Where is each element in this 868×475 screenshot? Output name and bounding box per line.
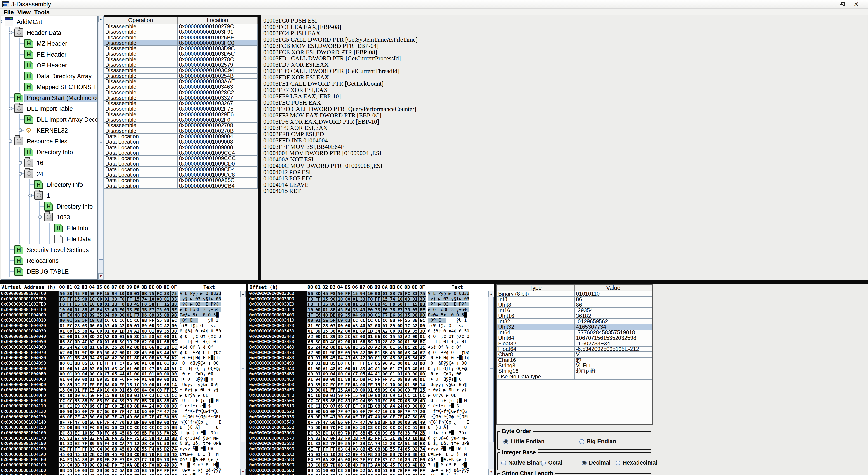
hex-byte-cell[interactable]: 45 bbox=[73, 291, 81, 296]
scroll-down-icon[interactable]: ▼ bbox=[98, 273, 103, 279]
hex-byte-cell[interactable]: E2 bbox=[321, 441, 329, 446]
hex-byte-cell[interactable]: 00 bbox=[155, 296, 163, 302]
hex-byte-cell[interactable]: 03 bbox=[329, 468, 337, 473]
hex-byte-cell[interactable]: 08 bbox=[155, 398, 163, 404]
hex-byte-cell[interactable]: 66 bbox=[359, 339, 367, 345]
hex-byte-cell[interactable]: 45 bbox=[366, 446, 374, 452]
hex-byte-cell[interactable]: 08 bbox=[125, 403, 133, 409]
hex-byte-cell[interactable]: 7F bbox=[403, 409, 411, 414]
hex-byte-cell[interactable]: 45 bbox=[321, 452, 329, 457]
hex-byte-cell[interactable]: 47 bbox=[118, 414, 126, 420]
hex-byte-cell[interactable]: E9 bbox=[73, 403, 81, 409]
hex-byte-cell[interactable]: C3 bbox=[118, 425, 126, 430]
hex-byte-cell[interactable]: 45 bbox=[88, 473, 96, 475]
hex-byte-cell[interactable]: 00 bbox=[374, 468, 381, 473]
table-row[interactable]: Disassemble0x000000000100279C bbox=[104, 24, 258, 29]
hex-byte-cell[interactable]: 10 bbox=[81, 452, 89, 457]
hex-byte-cell[interactable]: FF bbox=[66, 296, 74, 302]
hex-byte-cell[interactable]: 7D bbox=[148, 398, 156, 404]
hex-byte-cell[interactable]: 66 bbox=[125, 334, 133, 339]
tree-item-security-level-settings[interactable]: HSecurity Level Settings bbox=[1, 244, 97, 255]
hex-byte-cell[interactable]: 66 bbox=[374, 334, 381, 339]
radio-decimal[interactable]: Decimal bbox=[582, 459, 611, 466]
hex-byte-cell[interactable]: 01 bbox=[103, 296, 111, 302]
hex-byte-cell[interactable]: 51 bbox=[403, 441, 411, 446]
hex-byte-cell[interactable]: C2 bbox=[344, 452, 352, 457]
hex-byte-cell[interactable]: 09 bbox=[133, 387, 141, 393]
hex-byte-cell[interactable]: C2 bbox=[96, 452, 103, 457]
hex-byte-cell[interactable]: 04 bbox=[329, 371, 337, 377]
table-row[interactable]: Data Location0x0000000001009000 bbox=[104, 145, 258, 150]
hex-byte-cell[interactable]: 83 bbox=[66, 430, 74, 436]
hex-byte-cell[interactable]: AA bbox=[321, 457, 329, 462]
tree-item-directory-info[interactable]: HDirectory Info bbox=[1, 147, 97, 157]
panel-divider[interactable] bbox=[258, 16, 260, 280]
table-row[interactable]: Disassemble0x000000000100270B bbox=[104, 128, 258, 134]
hex-byte-cell[interactable]: FF bbox=[163, 387, 170, 393]
hex-byte-cell[interactable]: F0 bbox=[307, 301, 314, 307]
hex-byte-cell[interactable]: FF bbox=[88, 382, 96, 387]
hex-byte-cell[interactable]: 30 bbox=[336, 414, 344, 420]
hex-byte-cell[interactable]: FF bbox=[381, 377, 389, 382]
hex-byte-cell[interactable]: 66 bbox=[344, 414, 352, 420]
hex-byte-cell[interactable]: 00 bbox=[411, 420, 419, 425]
table-row[interactable]: Disassemble0x0000000001003F91 bbox=[104, 29, 258, 35]
hex-byte-cell[interactable]: 01 bbox=[118, 387, 126, 393]
hex-byte-cell[interactable]: F7 bbox=[366, 457, 374, 462]
hex-byte-cell[interactable]: 15 bbox=[381, 296, 389, 302]
hex-byte-cell[interactable]: A2 bbox=[307, 350, 314, 355]
hex-byte-cell[interactable]: D0 bbox=[103, 468, 111, 473]
hex-byte-cell[interactable]: 55 bbox=[73, 398, 81, 404]
hex-byte-cell[interactable]: 8C bbox=[170, 339, 178, 345]
hex-byte-cell[interactable]: 08 bbox=[344, 457, 352, 462]
hex-byte-cell[interactable]: 90 bbox=[314, 409, 322, 414]
hex-byte-cell[interactable]: FF bbox=[170, 468, 178, 473]
hex-byte-cell[interactable]: 20 bbox=[170, 409, 178, 414]
hex-byte-cell[interactable]: 00 bbox=[344, 323, 352, 328]
hex-byte-cell[interactable]: FF bbox=[118, 382, 126, 387]
hex-byte-cell[interactable]: 89 bbox=[66, 328, 74, 334]
table-row[interactable]: Disassemble0x0000000001003463 bbox=[104, 84, 258, 90]
hex-byte-cell[interactable]: 55 bbox=[403, 318, 411, 323]
hex-byte-cell[interactable]: 8D bbox=[314, 291, 322, 296]
hex-byte-cell[interactable]: CC bbox=[418, 473, 426, 475]
hex-byte-cell[interactable]: 03 bbox=[329, 323, 337, 328]
hex-byte-cell[interactable]: F0 bbox=[381, 307, 389, 313]
hex-byte-cell[interactable]: 00 bbox=[125, 393, 133, 398]
hex-byte-cell[interactable]: FF bbox=[96, 382, 103, 387]
hex-byte-cell[interactable]: 50 bbox=[163, 441, 170, 446]
hex-byte-cell[interactable]: 10 bbox=[163, 436, 170, 441]
hex-byte-cell[interactable]: 4D bbox=[155, 436, 163, 441]
hex-byte-cell[interactable]: D8 bbox=[111, 377, 119, 382]
hex-byte-cell[interactable]: 01 bbox=[66, 318, 74, 323]
hex-byte-cell[interactable]: 2B bbox=[389, 441, 397, 446]
menu-file[interactable]: File bbox=[4, 9, 14, 16]
hex-byte-cell[interactable]: 00 bbox=[396, 420, 404, 425]
hex-byte-cell[interactable]: 07 bbox=[329, 403, 337, 409]
hex-byte-cell[interactable]: 01 bbox=[103, 301, 111, 307]
hex-byte-cell[interactable]: BE bbox=[418, 307, 426, 313]
hex-byte-cell[interactable]: 01 bbox=[396, 371, 404, 377]
hex-byte-cell[interactable]: 10 bbox=[141, 382, 148, 387]
hex-byte-cell[interactable]: 4D bbox=[170, 452, 178, 457]
hex-byte-cell[interactable]: 89 bbox=[118, 398, 126, 404]
hex-byte-cell[interactable]: FC bbox=[336, 425, 344, 430]
hex-byte-cell[interactable]: 89 bbox=[307, 382, 314, 387]
table-row[interactable]: String8V□E□ bbox=[497, 363, 652, 368]
hex-byte-cell[interactable]: 10 bbox=[321, 468, 329, 473]
hex-byte-cell[interactable]: F8 bbox=[118, 452, 126, 457]
hex-byte-cell[interactable]: 45 bbox=[118, 430, 126, 436]
table-row[interactable]: Disassemble0x00000000010025BF bbox=[104, 35, 258, 40]
hex-byte-cell[interactable]: 01 bbox=[307, 366, 314, 372]
tree-item-pe-header[interactable]: HPE Header bbox=[1, 49, 97, 60]
hex-byte-cell[interactable]: 75 bbox=[148, 291, 156, 296]
hex-byte-cell[interactable]: A3 bbox=[103, 323, 111, 328]
hex-byte-cell[interactable]: CC bbox=[58, 398, 66, 404]
hex-byte-cell[interactable]: 8D bbox=[133, 355, 141, 360]
hex-byte-cell[interactable]: 45 bbox=[336, 473, 344, 475]
hex-byte-cell[interactable]: CC bbox=[133, 425, 141, 430]
hex-byte-cell[interactable]: A2 bbox=[58, 334, 66, 339]
hex-byte-cell[interactable]: 33 bbox=[163, 291, 170, 296]
hex-byte-cell[interactable]: 08 bbox=[125, 430, 133, 436]
hex-byte-cell[interactable]: CC bbox=[118, 318, 126, 323]
